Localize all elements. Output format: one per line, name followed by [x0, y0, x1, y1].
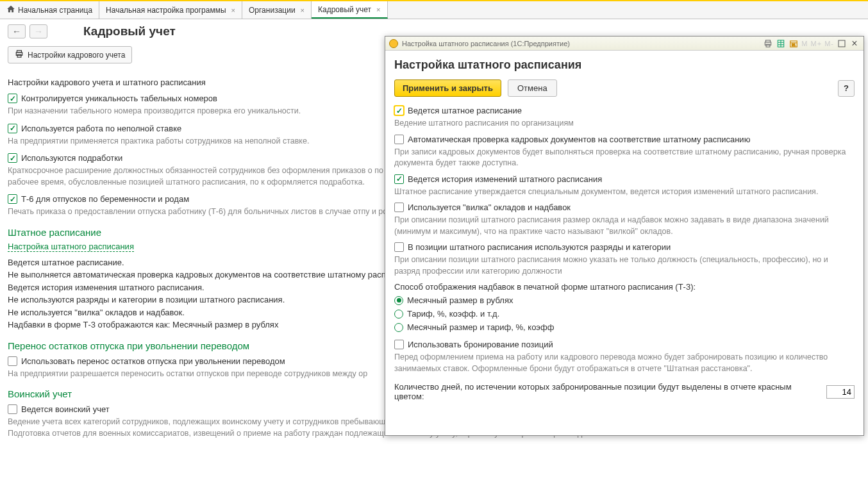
- cb-label: Контролируется уникальность табельных но…: [21, 94, 217, 103]
- cb-label: Использовать перенос остатков отпуска пр…: [21, 356, 285, 366]
- dialog-staff-settings: Настройка штатного расписания (1С:Предпр…: [385, 36, 864, 436]
- cb-label: Т-6 для отпусков по беременности и родам: [21, 194, 189, 204]
- cb-transfer[interactable]: [8, 356, 17, 366]
- cb-sidejob[interactable]: [8, 153, 17, 163]
- print-icon[interactable]: [763, 38, 773, 49]
- dialog-titlebar[interactable]: Настройка штатного расписания (1С:Предпр…: [385, 37, 864, 51]
- svg-rect-13: [839, 40, 845, 47]
- cb-label: Ведется история изменений штатного распи…: [408, 174, 602, 184]
- apply-close-button[interactable]: Применить и закрыть: [394, 79, 501, 97]
- radio-tariff[interactable]: [394, 310, 403, 319]
- page-title: Кадровый учет: [83, 24, 176, 38]
- cb-label: Ведется штатное расписание: [408, 106, 522, 115]
- calendar-icon[interactable]: 31: [789, 38, 799, 49]
- minimize-icon[interactable]: [837, 38, 847, 49]
- svg-text:31: 31: [792, 43, 796, 47]
- home-icon: [6, 4, 15, 15]
- help-button[interactable]: ?: [838, 80, 855, 97]
- cb-t6[interactable]: [8, 194, 17, 204]
- cancel-button[interactable]: Отмена: [508, 79, 557, 97]
- radio-label: Тариф, %, коэфф. и т.д.: [407, 309, 499, 319]
- cb-keep-staff[interactable]: [394, 106, 404, 115]
- radio-group-label: Способ отображения надбавок в печатной ф…: [394, 282, 855, 292]
- cb-label: Ведется воинский учет: [21, 404, 110, 414]
- cb-label: Используется "вилка" окладов и надбавок: [408, 203, 571, 212]
- close-icon[interactable]: ×: [301, 6, 305, 14]
- cb-fork[interactable]: [394, 203, 404, 212]
- radio-both[interactable]: [394, 323, 403, 332]
- cb-ranks[interactable]: [394, 242, 404, 252]
- close-icon[interactable]: ×: [849, 38, 860, 49]
- tabs-bar: Начальная страница Начальная настройка п…: [0, 1, 868, 19]
- tab-home[interactable]: Начальная страница: [0, 1, 99, 19]
- cb-history[interactable]: [394, 174, 404, 184]
- desc-text: Ведение штатного расписания по организац…: [394, 118, 855, 129]
- dialog-heading: Настройка штатного расписания: [394, 58, 855, 72]
- link-staff-settings[interactable]: Настройка штатного расписания: [8, 242, 134, 252]
- app-icon: [389, 39, 398, 48]
- tab-label: Кадровый учет: [318, 5, 371, 14]
- button-label: Настройки кадрового учета: [28, 51, 125, 60]
- dialog-title: Настройка штатного расписания (1С:Предпр…: [402, 40, 570, 47]
- tab-orgs[interactable]: Организации ×: [242, 1, 312, 19]
- tab-hr[interactable]: Кадровый учет ×: [312, 1, 388, 19]
- hr-settings-button[interactable]: Настройки кадрового учета: [8, 46, 132, 63]
- desc-text: Перед оформлением приема на работу или к…: [394, 352, 855, 374]
- close-icon[interactable]: ×: [231, 6, 235, 14]
- calc-icon[interactable]: [776, 38, 786, 49]
- desc-text: При описании позиции штатного расписания…: [394, 254, 855, 277]
- cb-label: Автоматическая проверка кадровых докумен…: [408, 135, 750, 144]
- radio-label: Месячный размер в рублях: [407, 295, 513, 305]
- desc-text: При описании позиций штатного расписания…: [394, 215, 855, 237]
- nav-back[interactable]: ←: [8, 24, 26, 38]
- tab-setup[interactable]: Начальная настройка программы ×: [99, 1, 242, 19]
- cb-military[interactable]: [8, 404, 17, 414]
- radio-label: Месячный размер и тариф, %, коэфф: [407, 322, 554, 332]
- cb-label: Использовать бронирование позиций: [408, 340, 553, 349]
- nav-forward[interactable]: →: [29, 24, 47, 38]
- cb-booking[interactable]: [394, 340, 404, 349]
- cb-unique-numbers[interactable]: [8, 94, 17, 103]
- days-label: Количество дней, по истечении которых за…: [394, 382, 821, 401]
- printer-icon: [15, 49, 24, 60]
- cb-label: В позиции штатного расписания используют…: [408, 242, 671, 252]
- tab-label: Начальная настройка программы: [106, 6, 226, 15]
- tab-label: Организации: [249, 6, 296, 15]
- desc-text: При записи кадровых документов будет вып…: [394, 147, 855, 169]
- cb-label: Используются подработки: [21, 153, 122, 163]
- disabled-icons: M M+ M-: [801, 40, 834, 47]
- close-icon[interactable]: ×: [376, 6, 380, 13]
- tab-label: Начальная страница: [18, 6, 92, 15]
- cb-autocheck[interactable]: [394, 135, 404, 144]
- cb-label: Используется работа по неполной ставке: [21, 124, 181, 133]
- radio-monthly-rub[interactable]: [394, 296, 403, 305]
- cb-parttime[interactable]: [8, 124, 17, 133]
- desc-text: Штатное расписание утверждается специаль…: [394, 187, 855, 198]
- days-input[interactable]: [826, 385, 855, 399]
